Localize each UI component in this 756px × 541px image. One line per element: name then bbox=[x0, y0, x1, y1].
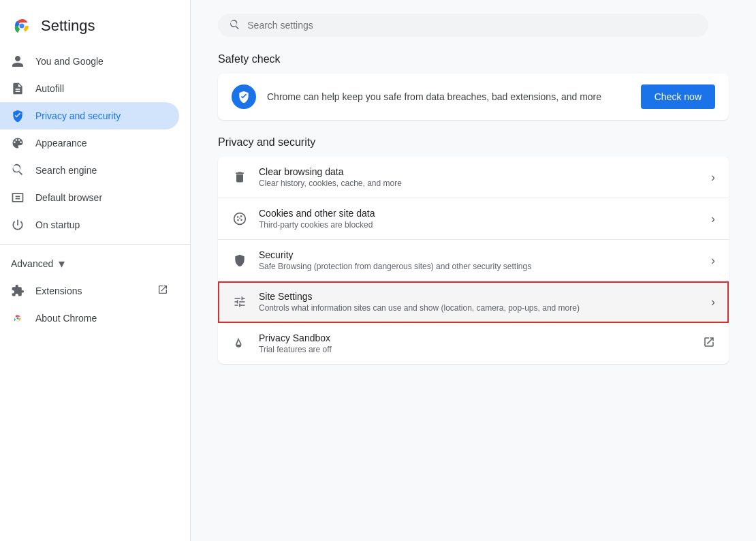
privacy-item-text: Cookies and other site data Third-party … bbox=[259, 208, 700, 230]
privacy-item-text: Site Settings Controls what information … bbox=[259, 291, 700, 313]
sidebar-item-label: About Chrome bbox=[35, 313, 97, 324]
about-chrome-icon bbox=[11, 311, 25, 325]
sidebar-item-default-browser[interactable]: Default browser bbox=[0, 184, 179, 211]
chevron-right-icon: › bbox=[711, 253, 715, 268]
privacy-item-cookies[interactable]: Cookies and other site data Third-party … bbox=[218, 198, 729, 240]
sidebar-item-label: You and Google bbox=[35, 56, 104, 67]
check-now-button[interactable]: Check now bbox=[641, 84, 715, 109]
sidebar-item-label: Default browser bbox=[35, 192, 102, 203]
svg-point-5 bbox=[240, 215, 242, 217]
privacy-item-subtitle: Controls what information sites can use … bbox=[259, 303, 700, 313]
privacy-item-subtitle: Trial features are off bbox=[259, 345, 692, 354]
person-icon bbox=[11, 55, 25, 68]
external-link-icon bbox=[703, 336, 715, 352]
privacy-item-subtitle: Third-party cookies are blocked bbox=[259, 220, 700, 230]
flask-icon bbox=[232, 335, 248, 352]
safety-check-card: Chrome can help keep you safe from data … bbox=[218, 74, 729, 120]
search-bar bbox=[218, 14, 708, 37]
cookie-icon bbox=[232, 211, 248, 227]
privacy-item-text: Privacy Sandbox Trial features are off bbox=[259, 333, 692, 354]
sidebar-item-autofill[interactable]: Autofill bbox=[0, 75, 179, 102]
sidebar-header: Settings bbox=[0, 8, 190, 48]
privacy-item-title: Site Settings bbox=[259, 291, 700, 302]
extensions-icon bbox=[11, 284, 25, 298]
privacy-item-title: Clear browsing data bbox=[259, 166, 700, 177]
privacy-item-text: Security Safe Browsing (protection from … bbox=[259, 249, 700, 271]
privacy-item-title: Cookies and other site data bbox=[259, 208, 700, 219]
chevron-down-icon: ▾ bbox=[59, 256, 65, 271]
advanced-section[interactable]: Advanced ▾ bbox=[0, 250, 190, 277]
sidebar-item-appearance[interactable]: Appearance bbox=[0, 129, 179, 157]
advanced-label: Advanced bbox=[11, 258, 53, 269]
privacy-item-text: Clear browsing data Clear history, cooki… bbox=[259, 166, 700, 188]
privacy-item-subtitle: Clear history, cookies, cache, and more bbox=[259, 179, 700, 188]
sidebar-item-label: On startup bbox=[35, 219, 80, 230]
power-icon bbox=[11, 218, 25, 232]
safety-check-title: Safety check bbox=[218, 53, 729, 65]
svg-point-2 bbox=[16, 317, 18, 319]
security-shield-icon bbox=[232, 252, 248, 268]
search-icon bbox=[229, 19, 240, 31]
delete-icon bbox=[232, 169, 248, 185]
sidebar-item-on-startup[interactable]: On startup bbox=[0, 211, 179, 238]
search-input[interactable] bbox=[247, 20, 697, 31]
sidebar-item-label: Appearance bbox=[35, 138, 87, 149]
search-bar-container bbox=[218, 14, 729, 37]
chevron-right-icon: › bbox=[711, 295, 715, 309]
sidebar: Settings You and Google Autofill Privacy… bbox=[0, 0, 191, 541]
privacy-item-title: Security bbox=[259, 249, 700, 260]
svg-point-8 bbox=[239, 217, 240, 219]
sidebar-item-label: Autofill bbox=[35, 83, 64, 94]
sidebar-item-search-engine[interactable]: Search engine bbox=[0, 157, 179, 184]
privacy-item-subtitle: Safe Browsing (protection from dangerous… bbox=[259, 262, 700, 271]
tune-icon bbox=[232, 294, 248, 310]
external-link-icon bbox=[157, 284, 168, 298]
privacy-card: Clear browsing data Clear history, cooki… bbox=[218, 157, 729, 364]
safety-shield-icon bbox=[232, 84, 256, 109]
privacy-item-privacy-sandbox[interactable]: Privacy Sandbox Trial features are off bbox=[218, 323, 729, 364]
extensions-label: Extensions bbox=[35, 285, 82, 296]
sidebar-item-extensions[interactable]: Extensions bbox=[0, 277, 179, 305]
sidebar-item-privacy-and-security[interactable]: Privacy and security bbox=[0, 102, 179, 129]
privacy-item-title: Privacy Sandbox bbox=[259, 333, 692, 343]
sidebar-item-you-and-google[interactable]: You and Google bbox=[0, 48, 179, 75]
privacy-item-site-settings[interactable]: Site Settings Controls what information … bbox=[218, 281, 729, 323]
sidebar-item-label: Search engine bbox=[35, 165, 97, 176]
safety-check-description: Chrome can help keep you safe from data … bbox=[267, 90, 630, 104]
sidebar-item-about-chrome[interactable]: About Chrome bbox=[0, 305, 179, 332]
search-engine-icon bbox=[11, 164, 25, 177]
page-title: Settings bbox=[41, 17, 95, 35]
default-browser-icon bbox=[11, 191, 25, 204]
autofill-icon bbox=[11, 82, 25, 95]
sidebar-item-label: Privacy and security bbox=[35, 110, 121, 121]
chevron-right-icon: › bbox=[711, 212, 715, 226]
svg-point-6 bbox=[240, 219, 242, 221]
palette-icon bbox=[11, 136, 25, 150]
svg-point-7 bbox=[237, 219, 239, 221]
main-content: Safety check Chrome can help keep you sa… bbox=[191, 0, 756, 541]
sidebar-divider bbox=[0, 244, 190, 245]
chrome-logo-icon bbox=[11, 15, 33, 37]
privacy-section-title: Privacy and security bbox=[218, 136, 729, 149]
svg-point-4 bbox=[237, 216, 239, 218]
privacy-item-clear-browsing-data[interactable]: Clear browsing data Clear history, cooki… bbox=[218, 157, 729, 198]
chevron-right-icon: › bbox=[711, 170, 715, 185]
shield-icon bbox=[11, 109, 25, 123]
privacy-item-security[interactable]: Security Safe Browsing (protection from … bbox=[218, 240, 729, 281]
